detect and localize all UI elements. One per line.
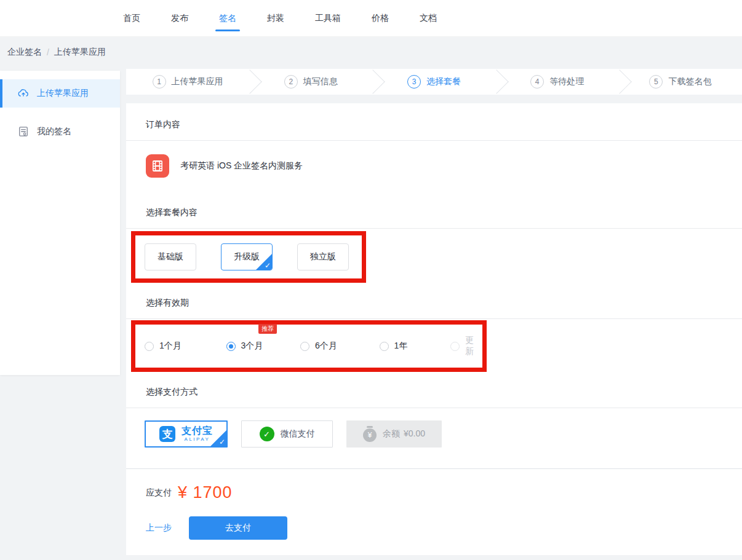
radio-icon bbox=[145, 342, 154, 351]
step-label: 选择套餐 bbox=[426, 76, 461, 87]
period-label: 6个月 bbox=[315, 341, 337, 352]
action-bar: 上一步 去支付 bbox=[146, 516, 287, 540]
package-label: 独立版 bbox=[310, 251, 336, 262]
step-4-processing: 4 等待处理 bbox=[496, 69, 619, 95]
nav-item-docs[interactable]: 文档 bbox=[420, 0, 437, 37]
payment-summary: 应支付 ¥ 1700 bbox=[146, 483, 233, 502]
period-label: 更新 bbox=[465, 335, 482, 357]
step-wizard: 1 上传苹果应用 2 填写信息 3 选择套餐 4 等待处理 5 下载签名包 bbox=[126, 69, 742, 95]
alipay-name: 支付宝 bbox=[182, 426, 213, 436]
check-icon: ✓ bbox=[219, 438, 225, 446]
amount-due-value: ¥ 1700 bbox=[178, 483, 233, 502]
step-label: 下载签名包 bbox=[668, 76, 711, 87]
wechat-pay-icon: ✓ bbox=[260, 427, 274, 441]
alipay-wordmark: 支付宝 ALIPAY bbox=[182, 426, 213, 442]
annotation-box-packages: 基础版 升级版 ✓ 独立版 bbox=[131, 231, 366, 283]
payment-option-wechat[interactable]: ✓ 微信支付 bbox=[241, 420, 333, 448]
balance-label: 余额 bbox=[383, 428, 400, 440]
sidebar-item-label: 上传苹果应用 bbox=[37, 88, 89, 99]
app-film-icon bbox=[146, 154, 169, 178]
radio-icon bbox=[380, 342, 389, 351]
check-icon: ✓ bbox=[265, 261, 271, 270]
sidebar-item-label: 我的签名 bbox=[37, 126, 71, 137]
go-pay-button[interactable]: 去支付 bbox=[189, 516, 287, 540]
annotation-box-periods: 推荐 1个月 3个月 6个月 1年 更新 bbox=[131, 320, 487, 372]
step-number: 2 bbox=[284, 75, 298, 89]
period-section-title: 选择有效期 bbox=[126, 283, 742, 318]
period-option-1year[interactable]: 1年 bbox=[380, 341, 451, 352]
step-label: 等待处理 bbox=[549, 76, 584, 87]
step-number: 5 bbox=[649, 75, 663, 89]
package-section-title: 选择套餐内容 bbox=[126, 196, 742, 228]
payment-option-balance[interactable]: ¥ 余额 ¥0.00 bbox=[346, 420, 442, 448]
nav-item-signature[interactable]: 签名 bbox=[219, 0, 236, 37]
nav-item-pricing[interactable]: 价格 bbox=[372, 0, 389, 37]
signature-doc-icon bbox=[17, 125, 30, 138]
nav-item-publish[interactable]: 发布 bbox=[171, 0, 188, 37]
period-option-renew: 更新 bbox=[450, 335, 482, 357]
radio-icon bbox=[450, 342, 460, 351]
balance-text: 余额 ¥0.00 bbox=[383, 428, 425, 440]
breadcrumb-current: 上传苹果应用 bbox=[54, 47, 106, 58]
sidebar-item-my-signatures[interactable]: 我的签名 bbox=[0, 117, 120, 146]
step-number: 3 bbox=[407, 75, 421, 89]
package-options: 基础版 升级版 ✓ 独立版 bbox=[135, 235, 362, 278]
order-section-title: 订单内容 bbox=[126, 103, 742, 140]
payment-option-alipay[interactable]: 支 支付宝 ALIPAY ✓ bbox=[145, 420, 228, 448]
wechat-label: 微信支付 bbox=[281, 428, 315, 440]
package-label: 基础版 bbox=[158, 251, 183, 262]
nav-item-package[interactable]: 封装 bbox=[267, 0, 284, 37]
breadcrumb-separator: / bbox=[47, 47, 49, 57]
package-option-upgrade[interactable]: 升级版 ✓ bbox=[221, 243, 273, 270]
step-number: 1 bbox=[153, 75, 166, 89]
radio-icon bbox=[226, 342, 236, 351]
payment-options: 支 支付宝 ALIPAY ✓ ✓ 微信支付 ¥ 余额 ¥0.00 bbox=[126, 408, 742, 448]
period-option-3months[interactable]: 3个月 bbox=[226, 341, 301, 352]
divider bbox=[126, 468, 742, 469]
money-bag-icon: ¥ bbox=[363, 428, 377, 442]
cloud-upload-icon bbox=[17, 87, 30, 100]
breadcrumb: 企业签名 / 上传苹果应用 bbox=[7, 47, 106, 58]
alipay-sub: ALIPAY bbox=[185, 437, 210, 442]
order-app-name: 考研英语 iOS 企业签名内测服务 bbox=[180, 160, 303, 172]
nav-item-toolbox[interactable]: 工具箱 bbox=[315, 0, 341, 37]
step-3-choose-plan: 3 选择套餐 bbox=[372, 69, 495, 95]
sidebar-item-upload-app[interactable]: 上传苹果应用 bbox=[0, 79, 120, 108]
sidebar: 上传苹果应用 我的签名 bbox=[0, 71, 120, 375]
order-panel: 订单内容 考研英语 iOS 企业签名内测服务 选择套餐内容 基础版 bbox=[126, 103, 742, 555]
balance-amount: ¥0.00 bbox=[404, 428, 425, 440]
step-5-download: 5 下载签名包 bbox=[619, 69, 742, 95]
period-options: 1个月 3个月 6个月 1年 更新 bbox=[135, 325, 482, 368]
order-app-row: 考研英语 iOS 企业签名内测服务 bbox=[126, 141, 742, 196]
previous-step-link[interactable]: 上一步 bbox=[146, 523, 172, 534]
period-label: 1年 bbox=[394, 341, 408, 352]
step-label: 上传苹果应用 bbox=[172, 76, 223, 87]
top-nav: 首页 发布 签名 封装 工具箱 价格 文档 bbox=[0, 0, 742, 37]
step-2-fill-info: 2 填写信息 bbox=[249, 69, 372, 95]
alipay-icon: 支 bbox=[159, 426, 175, 442]
payment-section-title: 选择支付方式 bbox=[126, 372, 742, 408]
divider bbox=[126, 318, 742, 319]
amount-due-label: 应支付 bbox=[146, 487, 172, 499]
step-1-upload: 1 上传苹果应用 bbox=[126, 69, 249, 95]
period-option-1month[interactable]: 1个月 bbox=[145, 341, 226, 352]
recommended-badge: 推荐 bbox=[258, 324, 277, 334]
period-option-6months[interactable]: 6个月 bbox=[300, 341, 380, 352]
nav-item-home[interactable]: 首页 bbox=[123, 0, 140, 37]
divider bbox=[126, 228, 742, 229]
period-label: 3个月 bbox=[241, 341, 263, 352]
package-option-standalone[interactable]: 独立版 bbox=[297, 243, 349, 270]
breadcrumb-root[interactable]: 企业签名 bbox=[7, 47, 42, 58]
package-option-basic[interactable]: 基础版 bbox=[145, 243, 196, 270]
period-label: 1个月 bbox=[159, 341, 182, 352]
step-label: 填写信息 bbox=[303, 76, 338, 87]
radio-icon bbox=[300, 342, 309, 351]
step-number: 4 bbox=[530, 75, 544, 89]
